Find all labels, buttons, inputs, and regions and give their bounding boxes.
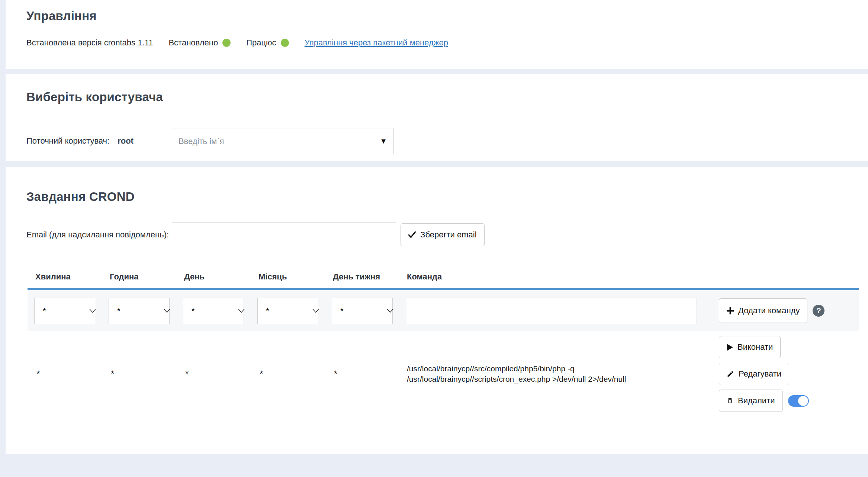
save-email-label: Зберегти email (420, 230, 476, 240)
command-input[interactable] (407, 298, 697, 324)
plus-icon (727, 307, 734, 314)
management-title: Управління (6, 0, 868, 23)
play-icon (727, 344, 733, 351)
header-actions (711, 269, 859, 283)
toggle-knob-icon (798, 396, 808, 406)
crond-title: Завдання CROND (6, 167, 868, 204)
job-command: /usr/local/brainycp//src/compiled/php5/b… (399, 364, 711, 384)
check-icon (408, 231, 416, 238)
job-weekday: * (325, 369, 399, 379)
add-command-row: * * * (28, 290, 859, 331)
running-status: Працює (246, 38, 289, 48)
management-status-row: Встановлена версія crontabs 1.11 Встанов… (26, 38, 868, 48)
delete-label: Видалити (738, 396, 775, 406)
header-command: Команда (399, 264, 711, 288)
trash-icon (727, 397, 733, 404)
minute-select[interactable]: * (34, 298, 95, 324)
current-user-row: Поточний користувач: root Введіть ім`я ▼ (26, 128, 868, 154)
email-input[interactable] (172, 223, 396, 247)
job-day: * (176, 369, 251, 379)
add-command-button[interactable]: Додати команду (719, 298, 807, 323)
header-hour: Година (102, 264, 176, 288)
installed-status-label: Встановлено (168, 38, 218, 48)
installed-version-text: Встановлена версія crontabs 1.11 (26, 38, 153, 48)
delete-button[interactable]: Видалити (719, 390, 783, 412)
package-manager-link[interactable]: Управління через пакетний менеджер (305, 38, 448, 48)
user-select[interactable]: Введіть ім`я (171, 128, 394, 154)
job-month: * (251, 369, 325, 379)
add-command-label: Додати команду (738, 306, 800, 316)
crond-section: Завдання CROND Email (для надсилання пов… (6, 167, 868, 454)
cron-table: Хвилина Година День Місяць День тижня Ко… (28, 264, 859, 417)
installed-status: Встановлено (168, 38, 231, 48)
select-user-title: Виберіть користувача (6, 74, 868, 104)
day-select[interactable]: * (183, 298, 244, 324)
month-select[interactable]: * (257, 298, 318, 324)
header-minute: Хвилина (28, 264, 102, 288)
edit-button[interactable]: Редагувати (719, 363, 789, 385)
pencil-icon (727, 370, 734, 378)
job-hour: * (102, 369, 176, 379)
email-label: Email (для надсилання повідомлень): (26, 230, 169, 240)
enable-toggle[interactable] (788, 395, 809, 407)
edit-label: Редагувати (739, 369, 781, 379)
current-user-label: Поточний користувач: (26, 136, 109, 146)
save-email-button[interactable]: Зберегти email (401, 223, 484, 246)
cron-job-row: * * * * * /usr/local/brainycp//src/compi… (28, 331, 859, 417)
job-minute: * (28, 369, 102, 379)
weekday-select[interactable]: * (332, 298, 393, 324)
header-month: Місяць (251, 264, 325, 288)
run-label: Виконати (737, 342, 773, 352)
help-icon[interactable]: ? (813, 305, 824, 317)
user-select-wrap: Введіть ім`я ▼ (171, 128, 394, 154)
management-section: Управління Встановлена версія crontabs 1… (6, 0, 868, 69)
run-button[interactable]: Виконати (719, 336, 781, 358)
running-status-label: Працює (246, 38, 276, 48)
current-user-value: root (118, 136, 134, 146)
header-weekday: День тижня (325, 264, 399, 288)
header-day: День (176, 264, 251, 288)
email-row: Email (для надсилання повідомлень): Збер… (26, 223, 868, 247)
running-status-green-dot-icon (281, 39, 289, 47)
hour-select[interactable]: * (109, 298, 170, 324)
cron-table-header: Хвилина Година День Місяць День тижня Ко… (28, 264, 859, 290)
job-actions: Виконати Редагувати Видалити (711, 336, 859, 412)
select-user-section: Виберіть користувача Поточний користувач… (6, 74, 868, 161)
installed-status-green-dot-icon (222, 39, 231, 47)
